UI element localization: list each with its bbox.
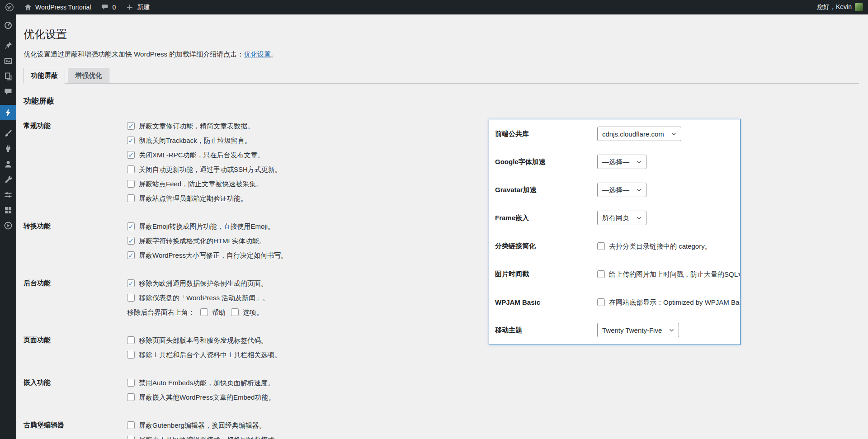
sidebar-item-tools[interactable] [0,172,16,187]
option-label: 屏蔽WordPress大小写修正，自行决定如何书写。 [139,252,288,259]
pages-icon [4,72,13,81]
plus-icon [126,3,134,11]
checkbox[interactable] [127,237,135,245]
new-content-menu[interactable]: 新建 [121,0,155,14]
chevron-down-icon [637,189,642,192]
dropdown-frame-embed[interactable]: 所有网页 [597,211,646,225]
checkbox[interactable] [127,137,135,144]
sidebar-item-comments[interactable] [0,84,16,99]
checkbox[interactable] [231,308,239,316]
my-account-menu[interactable]: 您好，Kevin [812,0,868,14]
group-label: 后台功能 [24,276,127,319]
panel-field-label: 前端公共库 [495,130,597,138]
option-label: 屏蔽Gutenberg编辑器，换回经典编辑器。 [139,422,266,429]
sidebar-item-plugins[interactable] [0,141,16,156]
option-label: 移除为欧洲通用数据保护条例生成的页面。 [139,280,268,287]
chevron-down-icon [669,329,674,332]
panel-field-label: WPJAM Basic [495,298,597,306]
checkbox[interactable] [127,222,135,230]
panel-field-control: 所有网页 [597,211,646,225]
option-row: 彻底关闭Trackback，防止垃圾留言。 [127,133,282,147]
option-row: 屏蔽WordPress大小写修正，自行决定如何书写。 [127,248,288,262]
intro-link[interactable]: 优化设置 [244,50,271,58]
sidebar-item-dashboard[interactable] [0,17,16,33]
checkbox[interactable] [200,308,208,316]
sidebar-item-wpjam-settings[interactable] [0,105,16,120]
tab-enhancement[interactable]: 增强优化 [68,68,109,84]
panel-field-control: 去掉分类目录链接中的 category。 [597,242,712,250]
checkbox[interactable] [127,251,135,259]
panel-field-control: Twenty Twenty-Five [597,323,679,337]
dropdown-cdn-library[interactable]: cdnjs.cloudflare.com [597,127,681,141]
wordpress-logo-icon [5,3,14,12]
panel-field-control: 给上传的图片加上时间戳，防止大量的SQL查询。 [597,270,740,278]
checkbox[interactable] [127,122,135,130]
panel-field-control: —选择— [597,155,646,169]
site-name: WordPress Turtorial [35,4,91,11]
greeting-text: 您好，Kevin [817,3,852,11]
panel-field-label: Frame嵌入 [495,214,597,222]
checkbox[interactable] [127,279,135,287]
comments-menu[interactable]: 0 [96,0,121,14]
option-label: 给上传的图片加上时间戳，防止大量的SQL查询。 [609,271,740,278]
checkbox[interactable] [127,194,135,202]
option-row: 移除页面头部版本号和服务发现标签代码。 [127,333,281,347]
checkbox[interactable] [127,165,135,173]
tab-feature-block[interactable]: 功能屏蔽 [24,68,65,84]
sidebar-item-media-player[interactable] [0,218,16,233]
home-icon [24,3,32,11]
checkbox[interactable] [127,151,135,159]
options-list: 移除页面头部版本号和服务发现标签代码。移除工具栏和后台个人资料中工具栏相关选项。 [127,333,281,362]
sidebar-item-appearance[interactable] [0,126,16,141]
option-row: 关闭XML-RPC功能，只在后台发布文章。 [127,147,282,162]
checkbox[interactable] [127,379,135,387]
sidebar-item-users[interactable] [0,156,16,172]
sidebar-item-components[interactable] [0,203,16,218]
brush-icon [4,129,13,138]
selected-value: Twenty Twenty-Five [602,326,662,334]
sidebar-item-pages[interactable] [0,69,16,84]
grid-icon [4,206,13,215]
wpjam-side-panel: 前端公共库cdnjs.cloudflare.comGoogle字体加速—选择—G… [489,119,741,345]
panel-rows: 前端公共库cdnjs.cloudflare.comGoogle字体加速—选择—G… [489,120,740,344]
checkbox[interactable] [127,180,135,188]
option-row: 屏蔽Emoji转换成图片功能，直接使用Emoji。 [127,219,288,233]
wordpress-logo-menu[interactable] [0,0,19,14]
option-row: 关闭自动更新功能，通过手动或SSH方式更新。 [127,162,282,176]
panel-field-label: Gravatar加速 [495,186,597,194]
checkbox[interactable] [127,393,135,401]
checkbox[interactable] [597,242,605,250]
options-list: 屏蔽Gutenberg编辑器，换回经典编辑器。屏蔽小工具区块编辑器模式，切换回经… [127,418,281,439]
option-row: 屏蔽文章修订功能，精简文章表数据。 [127,118,282,133]
sidebar-item-settings[interactable] [0,187,16,203]
section-heading: 功能屏蔽 [24,96,859,106]
dropdown-gravatar[interactable]: —选择— [597,183,646,197]
option-label: 屏蔽字符转换成格式化的HTML实体功能。 [139,237,266,244]
settings-group-gutenberg: 古腾堡编辑器屏蔽Gutenberg编辑器，换回经典编辑器。屏蔽小工具区块编辑器模… [24,418,859,439]
options-list: 屏蔽文章修订功能，精简文章表数据。彻底关闭Trackback，防止垃圾留言。关闭… [127,118,282,205]
option-row: 屏蔽字符转换成格式化的HTML实体功能。 [127,233,288,248]
option-row: 移除后台界面右上角：帮助选项。 [127,305,269,319]
checkbox[interactable] [127,351,135,359]
panel-field-control: 在网站底部显示：Optimized by WPJAM Basic。 [597,298,740,306]
checkbox[interactable] [597,298,605,306]
checkbox[interactable] [127,421,135,429]
checkbox[interactable] [127,436,135,439]
option-label: 移除工具栏和后台个人资料中工具栏相关选项。 [139,351,281,358]
admin-bar: WordPress Turtorial 0 新建 您好，Kevin [0,0,868,14]
panel-field-label: Google字体加速 [495,158,597,166]
checkbox[interactable] [127,294,135,302]
option-row: 屏蔽嵌入其他WordPress文章的Embed功能。 [127,390,275,404]
checkbox[interactable] [597,270,605,278]
checkbox[interactable] [127,336,135,344]
option-row: 移除为欧洲通用数据保护条例生成的页面。 [127,276,269,290]
avatar [855,3,863,11]
dropdown-google-fonts[interactable]: —选择— [597,155,646,169]
dropdown-mobile-theme[interactable]: Twenty Twenty-Five [597,323,679,337]
selected-value: —选择— [602,158,629,166]
sidebar-item-media[interactable] [0,53,16,69]
settings-group-embed: 嵌入功能禁用Auto Embeds功能，加快页面解析速度。屏蔽嵌入其他WordP… [24,375,859,404]
chevron-down-icon [637,160,642,164]
sidebar-item-posts[interactable] [0,38,16,53]
site-name-menu[interactable]: WordPress Turtorial [19,0,96,14]
